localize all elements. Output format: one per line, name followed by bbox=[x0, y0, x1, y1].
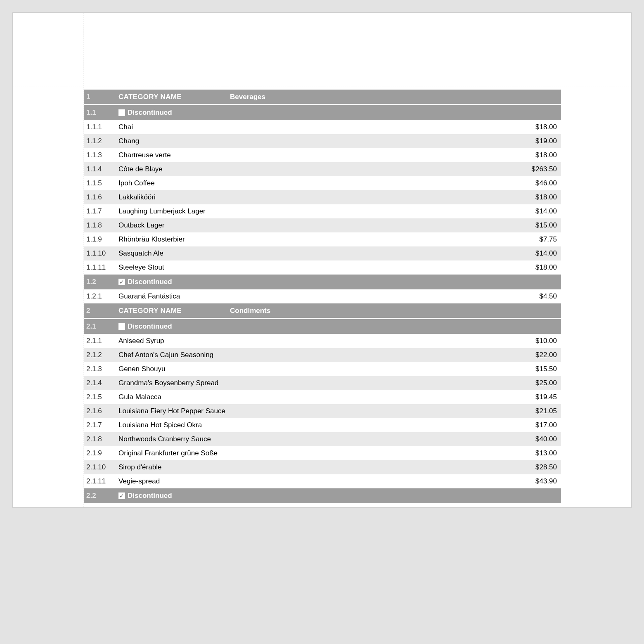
product-row: 2.1.6Louisiana Fiery Hot Pepper Sauce$21… bbox=[84, 404, 561, 418]
margin-guide-top bbox=[13, 87, 631, 87]
product-row: 2.2.1Chef Anton's Gumbo Mix$21.35 bbox=[84, 503, 561, 508]
product-price: $4.50 bbox=[516, 292, 561, 301]
product-name: Louisiana Hot Spiced Okra bbox=[118, 421, 516, 429]
product-row: 2.1.7Louisiana Hot Spiced Okra$17.00 bbox=[84, 418, 561, 432]
product-price: $10.00 bbox=[516, 337, 561, 345]
product-number: 2.1.4 bbox=[84, 379, 118, 387]
category-header: 1CATEGORY NAMEBeverages bbox=[84, 90, 561, 105]
product-number: 1.1.5 bbox=[84, 179, 118, 187]
product-row: 1.1.6Lakkalikööri$18.00 bbox=[84, 190, 561, 204]
checkbox-icon: ✓ bbox=[118, 492, 125, 499]
product-price: $18.00 bbox=[516, 263, 561, 272]
product-row: 2.1.3Genen Shouyu$15.50 bbox=[84, 362, 561, 376]
product-name: Northwoods Cranberry Sauce bbox=[118, 435, 516, 443]
product-row: 1.2.1Guaraná Fantástica$4.50 bbox=[84, 289, 561, 303]
product-row: 1.1.3Chartreuse verte$18.00 bbox=[84, 148, 561, 162]
product-number: 1.1.3 bbox=[84, 151, 118, 159]
product-row: 2.1.5Gula Malacca$19.45 bbox=[84, 390, 561, 404]
product-name: Laughing Lumberjack Lager bbox=[118, 207, 516, 215]
product-number: 1.1.11 bbox=[84, 263, 118, 272]
group-number: 1.2 bbox=[84, 278, 118, 286]
category-mid: CATEGORY NAMECondiments bbox=[118, 307, 270, 315]
product-price: $17.00 bbox=[516, 421, 561, 429]
category-mid: CATEGORY NAMEBeverages bbox=[118, 93, 265, 101]
product-name: Grandma's Boysenberry Spread bbox=[118, 379, 516, 387]
product-price: $43.90 bbox=[516, 477, 561, 485]
product-row: 1.1.10Sasquatch Ale$14.00 bbox=[84, 246, 561, 260]
product-price: $15.50 bbox=[516, 365, 561, 373]
group-mid: ✓Discontinued bbox=[118, 278, 172, 286]
product-price: $14.00 bbox=[516, 249, 561, 258]
product-number: 1.1.9 bbox=[84, 235, 118, 244]
product-row: 1.1.2Chang$19.00 bbox=[84, 134, 561, 148]
product-name: Original Frankfurter grüne Soße bbox=[118, 449, 516, 457]
product-row: 2.1.8Northwoods Cranberry Sauce$40.00 bbox=[84, 432, 561, 446]
product-price: $263.50 bbox=[516, 165, 561, 173]
product-name: Sirop d'érable bbox=[118, 463, 516, 471]
product-number: 2.1.9 bbox=[84, 449, 118, 457]
checkbox-icon bbox=[118, 323, 125, 330]
product-price: $25.00 bbox=[516, 379, 561, 387]
discontinued-label: Discontinued bbox=[128, 278, 172, 286]
product-row: 1.1.7Laughing Lumberjack Lager$14.00 bbox=[84, 204, 561, 218]
product-name: Ipoh Coffee bbox=[118, 179, 516, 187]
group-number: 2.1 bbox=[84, 322, 118, 331]
product-name: Gula Malacca bbox=[118, 393, 516, 401]
product-row: 2.1.9Original Frankfurter grüne Soße$13.… bbox=[84, 446, 561, 460]
product-row: 1.1.5Ipoh Coffee$46.00 bbox=[84, 176, 561, 190]
product-number: 1.1.4 bbox=[84, 165, 118, 173]
product-row: 2.1.4Grandma's Boysenberry Spread$25.00 bbox=[84, 376, 561, 390]
group-mid: Discontinued bbox=[118, 322, 172, 331]
product-name: Chai bbox=[118, 123, 516, 131]
discontinued-header: 1.1Discontinued bbox=[84, 105, 561, 120]
product-price: $40.00 bbox=[516, 435, 561, 443]
product-number: 2.1.2 bbox=[84, 351, 118, 359]
product-name: Louisiana Fiery Hot Pepper Sauce bbox=[118, 407, 516, 415]
product-price: $21.05 bbox=[516, 407, 561, 415]
category-number: 1 bbox=[84, 93, 118, 101]
product-row: 2.1.2Chef Anton's Cajun Seasoning$22.00 bbox=[84, 348, 561, 362]
category-name-value: Condiments bbox=[230, 307, 270, 315]
product-price: $18.00 bbox=[516, 193, 561, 201]
product-name: Vegie-spread bbox=[118, 477, 516, 485]
product-name: Genen Shouyu bbox=[118, 365, 516, 373]
product-number: 1.1.10 bbox=[84, 249, 118, 258]
report-body: 1CATEGORY NAMEBeverages1.1Discontinued1.… bbox=[84, 90, 561, 508]
product-number: 2.1.10 bbox=[84, 463, 118, 471]
product-name: Chef Anton's Gumbo Mix bbox=[118, 506, 516, 508]
product-name: Côte de Blaye bbox=[118, 165, 516, 173]
product-number: 2.1.6 bbox=[84, 407, 118, 415]
product-price: $19.45 bbox=[516, 393, 561, 401]
product-price: $19.00 bbox=[516, 137, 561, 145]
product-number: 1.1.2 bbox=[84, 137, 118, 145]
checkbox-icon: ✓ bbox=[118, 279, 125, 285]
product-row: 2.1.10Sirop d'érable$28.50 bbox=[84, 460, 561, 474]
product-row: 1.1.4Côte de Blaye$263.50 bbox=[84, 162, 561, 176]
product-price: $22.00 bbox=[516, 351, 561, 359]
group-number: 2.2 bbox=[84, 492, 118, 500]
product-number: 2.1.3 bbox=[84, 365, 118, 373]
product-name: Lakkalikööri bbox=[118, 193, 516, 201]
product-price: $21.35 bbox=[516, 506, 561, 508]
product-number: 1.1.8 bbox=[84, 221, 118, 230]
product-name: Chartreuse verte bbox=[118, 151, 516, 159]
product-number: 2.2.1 bbox=[84, 506, 118, 508]
product-price: $18.00 bbox=[516, 151, 561, 159]
product-number: 2.1.11 bbox=[84, 477, 118, 485]
product-number: 1.1.6 bbox=[84, 193, 118, 201]
group-number: 1.1 bbox=[84, 109, 118, 117]
product-number: 2.1.5 bbox=[84, 393, 118, 401]
discontinued-label: Discontinued bbox=[128, 322, 172, 331]
group-mid: Discontinued bbox=[118, 109, 172, 117]
discontinued-header: 2.1Discontinued bbox=[84, 319, 561, 334]
product-name: Chef Anton's Cajun Seasoning bbox=[118, 351, 516, 359]
category-number: 2 bbox=[84, 307, 118, 315]
product-price: $46.00 bbox=[516, 179, 561, 187]
product-price: $18.00 bbox=[516, 123, 561, 131]
report-page: 1CATEGORY NAMEBeverages1.1Discontinued1.… bbox=[12, 12, 632, 508]
checkbox-icon bbox=[118, 109, 125, 116]
product-number: 1.2.1 bbox=[84, 292, 118, 301]
category-name-label: CATEGORY NAME bbox=[118, 93, 230, 101]
category-name-label: CATEGORY NAME bbox=[118, 307, 230, 315]
product-row: 1.1.9Rhönbräu Klosterbier$7.75 bbox=[84, 232, 561, 246]
